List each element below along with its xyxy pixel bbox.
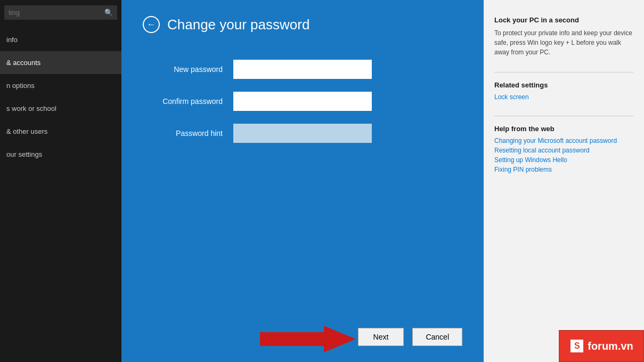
password-hint-input[interactable]	[233, 124, 372, 143]
lock-pc-text: To protect your private info and keep yo…	[494, 28, 633, 57]
new-password-label: New password	[143, 65, 223, 74]
form-area: New password Confirm password Password h…	[143, 60, 462, 143]
new-password-input[interactable]	[233, 60, 372, 79]
svg-marker-0	[260, 326, 356, 352]
related-settings-section: Related settings Lock screen	[494, 81, 633, 101]
related-settings-title: Related settings	[494, 81, 633, 89]
red-arrow-icon	[260, 326, 356, 352]
next-button[interactable]: Next	[358, 328, 404, 346]
sidebar: 🔍 info & accounts n options s work or sc…	[0, 0, 121, 362]
sidebar-nav: info & accounts n options s work or scho…	[0, 28, 121, 362]
lock-pc-section: Lock your PC in a second To protect your…	[494, 16, 633, 57]
forum-text: forum.vn	[588, 340, 633, 352]
help-from-web-section: Help from the web Changing your Microsof…	[494, 125, 633, 173]
forum-watermark: S forum.vn	[559, 330, 644, 362]
right-panel: Lock your PC in a second To protect your…	[484, 0, 644, 362]
lock-pc-title: Lock your PC in a second	[494, 16, 633, 24]
arrow-container	[260, 326, 356, 352]
sidebar-item-info[interactable]: info	[0, 28, 121, 51]
search-icon: 🔍	[104, 9, 113, 17]
reset-local-password-link[interactable]: Resetting local account password	[494, 147, 633, 154]
panel-footer: Next Cancel	[358, 328, 462, 346]
new-password-row: New password	[143, 60, 462, 79]
confirm-password-row: Confirm password	[143, 92, 462, 111]
sidebar-item-other-users[interactable]: & other users	[0, 120, 121, 143]
help-web-title: Help from the web	[494, 125, 633, 133]
password-hint-label: Password hint	[143, 129, 223, 138]
setup-windows-hello-link[interactable]: Setting up Windows Hello	[494, 156, 633, 164]
cancel-button[interactable]: Cancel	[412, 328, 462, 346]
search-box[interactable]: 🔍	[4, 5, 117, 20]
change-password-panel: ← Change your password New password Conf…	[121, 0, 484, 362]
lock-screen-link[interactable]: Lock screen	[494, 93, 633, 101]
search-input[interactable]	[9, 9, 94, 17]
confirm-password-input[interactable]	[233, 92, 372, 111]
divider-1	[494, 72, 633, 73]
fix-pin-link[interactable]: Fixing PIN problems	[494, 166, 633, 173]
sidebar-item-accounts[interactable]: & accounts	[0, 51, 121, 74]
sidebar-item-work-school[interactable]: s work or school	[0, 97, 121, 120]
change-ms-password-link[interactable]: Changing your Microsoft account password	[494, 137, 633, 144]
sidebar-item-options[interactable]: n options	[0, 74, 121, 97]
back-button[interactable]: ←	[143, 16, 160, 33]
back-icon: ←	[147, 20, 156, 29]
panel-header: ← Change your password	[143, 16, 462, 33]
main-content: ← Change your password New password Conf…	[121, 0, 644, 362]
sidebar-item-settings[interactable]: our settings	[0, 143, 121, 166]
password-hint-row: Password hint	[143, 124, 462, 143]
divider-2	[494, 116, 633, 116]
panel-title: Change your password	[167, 17, 309, 33]
confirm-password-label: Confirm password	[143, 97, 223, 106]
forum-logo: S	[569, 339, 584, 353]
